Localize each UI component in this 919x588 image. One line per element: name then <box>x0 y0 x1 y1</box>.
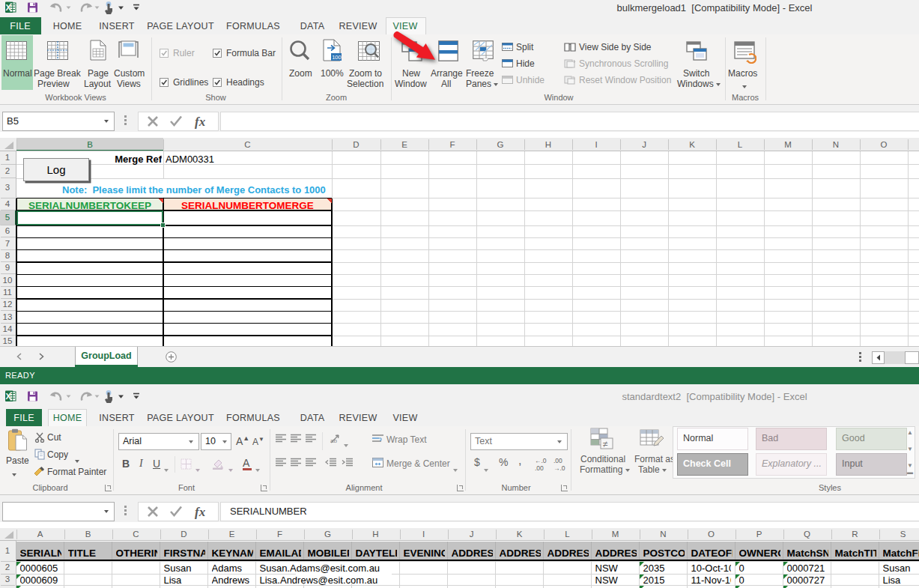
svg-text:fx: fx <box>195 505 206 519</box>
svg-text:X: X <box>6 392 12 401</box>
svg-text:≠: ≠ <box>603 439 608 449</box>
svg-text:ab: ab <box>330 437 337 444</box>
svg-text:fx: fx <box>195 115 206 129</box>
svg-text:100: 100 <box>332 54 342 61</box>
svg-text:X: X <box>6 3 12 12</box>
